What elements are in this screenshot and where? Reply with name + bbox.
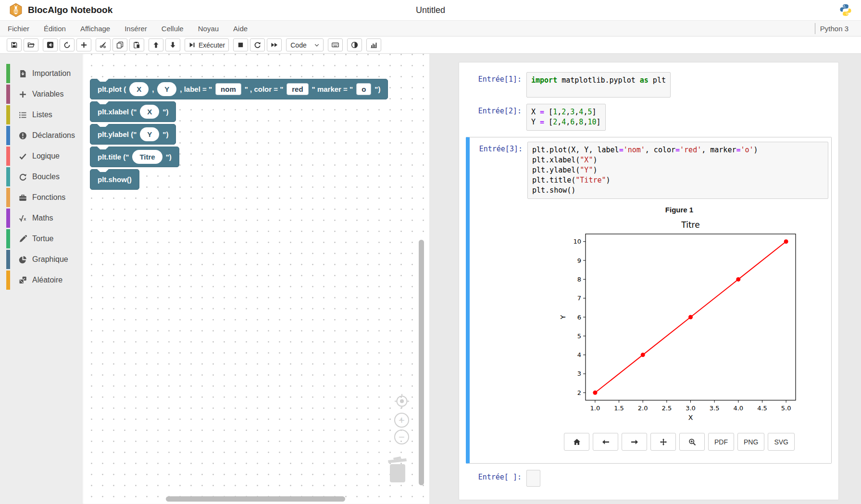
plt-plot-block[interactable]: plt.plot (X,Y, label = "nom" , color = "… [90, 79, 388, 99]
recenter-icon[interactable] [394, 393, 410, 409]
fast-forward-button[interactable] [267, 38, 282, 51]
svg-text:7: 7 [577, 295, 581, 302]
menu-noyau[interactable]: Noyau [198, 25, 219, 33]
notebook-cell-4[interactable]: Entrée[ ]: [469, 470, 829, 487]
plt-ylabel-block[interactable]: plt.ylabel ("Y") [90, 124, 176, 145]
svg-text:1.0: 1.0 [590, 405, 600, 412]
open-button[interactable] [24, 38, 38, 51]
block-field[interactable]: o [356, 83, 371, 95]
svg-text:10: 10 [573, 238, 581, 245]
plt-xlabel-block[interactable]: plt.xlabel ("X") [90, 101, 176, 122]
cell-code-editor[interactable] [526, 470, 540, 487]
cut-button[interactable] [96, 38, 111, 51]
notebook-cell-1[interactable]: Entrée[1]: import matplotlib.pyplot as p… [469, 72, 829, 98]
document-title[interactable]: Untitled [0, 5, 861, 15]
sidebar-category-listes[interactable]: Listes [0, 105, 82, 124]
pencil-icon [19, 235, 27, 243]
paste-button[interactable] [129, 38, 144, 51]
cell-code-editor[interactable]: plt.plot(X, Y, label='nom', color='red',… [527, 142, 828, 199]
notebook-cell-2[interactable]: Entrée[2]: X = [1,2,3,4,5]Y = [2,4,6,8,1… [469, 104, 829, 131]
add-cell-button[interactable] [76, 38, 91, 51]
zoom-in-control[interactable]: + [394, 413, 409, 428]
block-canvas[interactable]: plt.plot (X,Y, label = "nom" , color = "… [82, 54, 429, 504]
category-label: Déclarations [32, 131, 75, 140]
menu-affichage[interactable]: Affichage [80, 25, 110, 33]
cell-type-select[interactable]: Code [286, 38, 323, 51]
sidebar-category-aléatoire[interactable]: Aléatoire [0, 270, 82, 290]
block-input-oval[interactable]: Y [157, 82, 176, 96]
block-input-oval[interactable]: Titre [132, 150, 162, 164]
block-field[interactable]: red [287, 83, 308, 95]
undo-icon [63, 41, 71, 49]
menu-insérer[interactable]: Insérer [125, 25, 147, 33]
svg-text:2.5: 2.5 [661, 405, 672, 412]
block-field[interactable]: nom [215, 83, 241, 95]
python-logo-icon [839, 3, 852, 17]
sidebar-category-boucles[interactable]: Boucles [0, 167, 82, 186]
block-input-oval[interactable]: X [140, 105, 159, 119]
sidebar-category-importation[interactable]: Importation [0, 64, 82, 83]
png-button[interactable]: PNG [737, 433, 764, 451]
home-button[interactable] [564, 433, 589, 451]
bar-chart-icon [370, 41, 377, 49]
copy-button[interactable] [112, 38, 127, 51]
block-label: , [152, 85, 154, 93]
stop-icon [237, 41, 244, 49]
stop-button[interactable] [233, 38, 248, 51]
zoom-out-control[interactable]: − [394, 430, 409, 444]
pan-button[interactable] [650, 433, 676, 451]
save-button[interactable] [7, 38, 22, 51]
check-icon [19, 152, 27, 160]
category-label: Listes [32, 111, 52, 119]
plt-show-block[interactable]: plt.show() [90, 169, 139, 190]
restart-button[interactable] [250, 38, 265, 51]
undo-button[interactable] [60, 38, 75, 51]
execute-button[interactable]: Exécuter [185, 38, 229, 51]
sidebar-category-déclarations[interactable]: Déclarations [0, 126, 82, 145]
menubar: FichierÉditionAffichageInsérerCelluleNoy… [0, 20, 861, 37]
move-down-button[interactable] [165, 38, 180, 51]
sidebar-category-variables[interactable]: Variables [0, 85, 82, 104]
contrast-button[interactable] [347, 38, 362, 51]
file-import-icon [19, 70, 27, 78]
menu-édition[interactable]: Édition [44, 25, 66, 33]
trash-icon[interactable] [387, 454, 409, 484]
block-input-oval[interactable]: X [129, 82, 149, 96]
block-label: plt.plot ( [98, 85, 126, 93]
sidebar-category-tortue[interactable]: Tortue [0, 229, 82, 248]
sidebar-category-fonctions[interactable]: Fonctions [0, 188, 82, 207]
cell-code-editor[interactable]: X = [1,2,3,4,5]Y = [2,4,6,8,10] [526, 104, 606, 131]
forward-button[interactable] [622, 433, 647, 451]
notebook-cell-3-selected[interactable]: Entrée[3]: plt.plot(X, Y, label='nom', c… [466, 137, 832, 464]
category-color-bar [6, 64, 10, 83]
category-color-bar [6, 250, 10, 269]
block-input-oval[interactable]: Y [140, 127, 159, 141]
back-button[interactable] [593, 433, 618, 451]
zoom-button[interactable] [679, 433, 705, 451]
sidebar-category-logique[interactable]: Logique [0, 147, 82, 166]
chart-button[interactable] [366, 38, 381, 51]
pdf-button[interactable]: PDF [708, 433, 734, 451]
svg-text:3.5: 3.5 [709, 405, 719, 412]
canvas-horizontal-scrollbar[interactable] [166, 496, 345, 502]
block-label: , label = " [180, 85, 212, 93]
svg-text:5: 5 [577, 332, 581, 340]
menu-cellule[interactable]: Cellule [162, 25, 184, 33]
sidebar-category-maths[interactable]: x Maths [0, 209, 82, 228]
canvas-vertical-scrollbar[interactable] [419, 240, 424, 485]
plt-title-block[interactable]: plt.title ("Titre") [90, 147, 179, 167]
block-label: plt.show() [98, 175, 132, 184]
category-color-bar [6, 209, 10, 228]
move-up-button[interactable] [149, 38, 163, 51]
block-stack: plt.plot (X,Y, label = "nom" , color = "… [90, 79, 388, 192]
chart-ylabel: Y [559, 315, 567, 320]
menu-fichier[interactable]: Fichier [8, 25, 29, 33]
svg-button[interactable]: SVG [768, 433, 795, 451]
category-label: Tortue [32, 234, 53, 243]
export-button[interactable] [43, 38, 58, 51]
sidebar-category-graphique[interactable]: Graphique [0, 250, 82, 269]
keyboard-button[interactable] [328, 38, 343, 51]
cell-code-editor[interactable]: import matplotlib.pyplot as plt [526, 72, 671, 98]
export-format-label: SVG [774, 438, 788, 446]
menu-aide[interactable]: Aide [233, 25, 248, 33]
